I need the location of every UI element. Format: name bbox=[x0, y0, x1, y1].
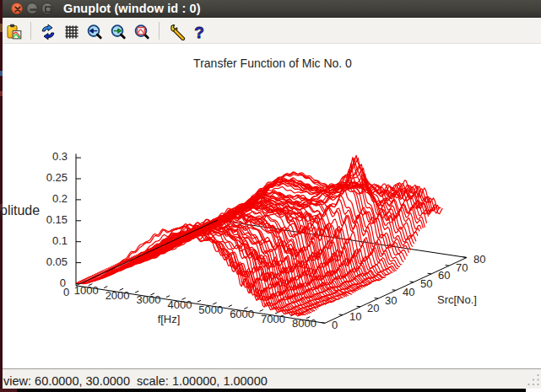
svg-text:60: 60 bbox=[438, 269, 450, 282]
svg-text:6000: 6000 bbox=[230, 308, 254, 320]
svg-text:Transfer Function of Mic No. 0: Transfer Function of Mic No. 0 bbox=[193, 56, 352, 70]
svg-text:0.1: 0.1 bbox=[52, 234, 68, 247]
svg-text:7000: 7000 bbox=[261, 313, 285, 325]
svg-text:50: 50 bbox=[420, 277, 432, 290]
svg-text:0.2: 0.2 bbox=[52, 192, 68, 205]
svg-text:2000: 2000 bbox=[105, 289, 130, 302]
svg-text:1000: 1000 bbox=[74, 284, 99, 297]
svg-text:plitude: plitude bbox=[0, 203, 40, 217]
svg-text:70: 70 bbox=[456, 261, 468, 274]
svg-text:0: 0 bbox=[332, 319, 338, 331]
svg-text:Src[No.]: Src[No.] bbox=[437, 293, 477, 306]
svg-text:20: 20 bbox=[367, 302, 379, 314]
svg-text:40: 40 bbox=[403, 286, 414, 298]
svg-text:0: 0 bbox=[63, 286, 69, 298]
svg-text:0.3: 0.3 bbox=[52, 150, 68, 163]
svg-text:80: 80 bbox=[473, 253, 485, 266]
svg-text:0.15: 0.15 bbox=[46, 213, 68, 226]
svg-text:10: 10 bbox=[349, 310, 361, 323]
svg-text:4000: 4000 bbox=[167, 298, 192, 311]
svg-text:30: 30 bbox=[385, 294, 397, 307]
svg-text:0.25: 0.25 bbox=[46, 171, 68, 184]
svg-text:3000: 3000 bbox=[137, 293, 161, 306]
svg-text:?: ? bbox=[194, 24, 204, 40]
svg-text:8000: 8000 bbox=[292, 317, 316, 330]
svg-text:f[Hz]: f[Hz] bbox=[158, 313, 181, 325]
svg-text:0.05: 0.05 bbox=[46, 255, 68, 268]
svg-text:5000: 5000 bbox=[198, 303, 223, 316]
